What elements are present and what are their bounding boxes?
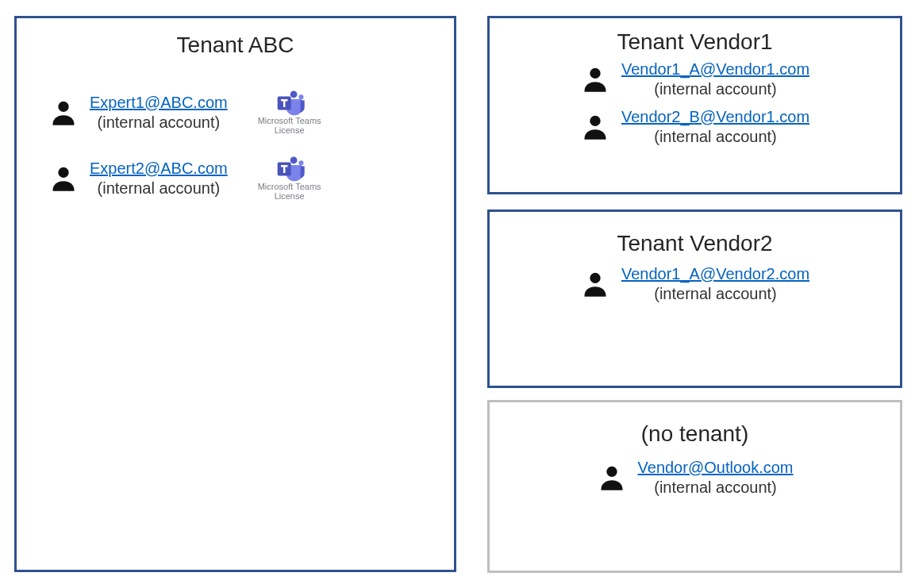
diagram-canvas: Tenant ABC Expert1@ABC.com (internal acc…	[0, 0, 915, 588]
teams-label-line1: Microsoft Teams	[258, 183, 321, 192]
person-icon	[580, 64, 610, 94]
tenant-vendor1-title: Tenant Vendor1	[490, 29, 900, 55]
person-icon	[580, 269, 610, 299]
user-text-block: Vendor1_A@Vendor1.com (internal account)	[621, 60, 809, 99]
user-email-link[interactable]: Vendor1_A@Vendor2.com	[621, 265, 809, 282]
tenant-vendor1-box: Tenant Vendor1 Vendor1_A@Vendor1.com (in…	[487, 16, 902, 194]
tenant-vendor2-user-row: Vendor1_A@Vendor2.com (internal account)	[490, 264, 900, 304]
svg-point-0	[58, 101, 68, 111]
svg-point-6	[298, 160, 303, 165]
tenant-vendor1-user-row: Vendor2_B@Vendor1.com (internal account)	[490, 107, 900, 147]
teams-label-line2: License	[275, 126, 305, 136]
svg-point-5	[290, 157, 297, 164]
user-note: (internal account)	[90, 179, 228, 198]
user-text-block: Expert1@ABC.com (internal account)	[90, 93, 228, 133]
tenant-vendor2-title: Tenant Vendor2	[490, 231, 900, 256]
tenant-abc-user-row: Expert1@ABC.com (internal account) Micro…	[48, 90, 454, 135]
teams-label-line2: License	[275, 192, 305, 202]
tenant-abc-user-row: Expert2@ABC.com (internal account) Micro…	[48, 156, 454, 201]
svg-point-8	[590, 68, 600, 79]
no-tenant-user-row: Vendor@Outlook.com (internal account)	[490, 458, 900, 498]
no-tenant-title: (no tenant)	[490, 421, 900, 447]
svg-point-11	[606, 467, 617, 477]
user-text-block: Expert2@ABC.com (internal account)	[90, 159, 228, 198]
teams-label-line1: Microsoft Teams	[258, 117, 321, 126]
user-email-link[interactable]: Vendor2_B@Vendor1.com	[621, 108, 809, 125]
svg-point-9	[590, 116, 600, 126]
svg-point-1	[290, 91, 297, 98]
teams-icon	[273, 90, 306, 117]
person-icon	[597, 463, 627, 493]
user-email-link[interactable]: Expert1@ABC.com	[90, 94, 228, 111]
user-note: (internal account)	[90, 113, 228, 133]
user-note: (internal account)	[621, 284, 809, 304]
tenant-vendor2-box: Tenant Vendor2 Vendor1_A@Vendor2.com (in…	[487, 209, 902, 388]
tenant-vendor1-user-row: Vendor1_A@Vendor1.com (internal account)	[490, 60, 900, 99]
svg-point-4	[58, 167, 68, 177]
svg-point-10	[590, 273, 600, 283]
user-note: (internal account)	[621, 127, 809, 147]
tenant-abc-title: Tenant ABC	[17, 33, 454, 58]
user-text-block: Vendor@Outlook.com (internal account)	[638, 458, 794, 498]
svg-point-2	[298, 94, 303, 99]
user-email-link[interactable]: Vendor1_A@Vendor1.com	[621, 60, 809, 78]
user-note: (internal account)	[638, 478, 794, 498]
user-note: (internal account)	[621, 79, 809, 99]
no-tenant-box: (no tenant) Vendor@Outlook.com (internal…	[487, 400, 902, 573]
teams-license-badge: Microsoft Teams License	[258, 90, 321, 135]
tenant-abc-box: Tenant ABC Expert1@ABC.com (internal acc…	[14, 16, 456, 572]
teams-icon	[273, 156, 306, 183]
person-icon	[48, 163, 79, 194]
person-icon	[580, 112, 610, 142]
user-text-block: Vendor2_B@Vendor1.com (internal account)	[621, 107, 809, 147]
user-text-block: Vendor1_A@Vendor2.com (internal account)	[621, 264, 809, 304]
user-email-link[interactable]: Vendor@Outlook.com	[638, 459, 794, 476]
user-email-link[interactable]: Expert2@ABC.com	[90, 159, 228, 177]
person-icon	[48, 98, 79, 128]
teams-license-badge: Microsoft Teams License	[258, 156, 321, 201]
